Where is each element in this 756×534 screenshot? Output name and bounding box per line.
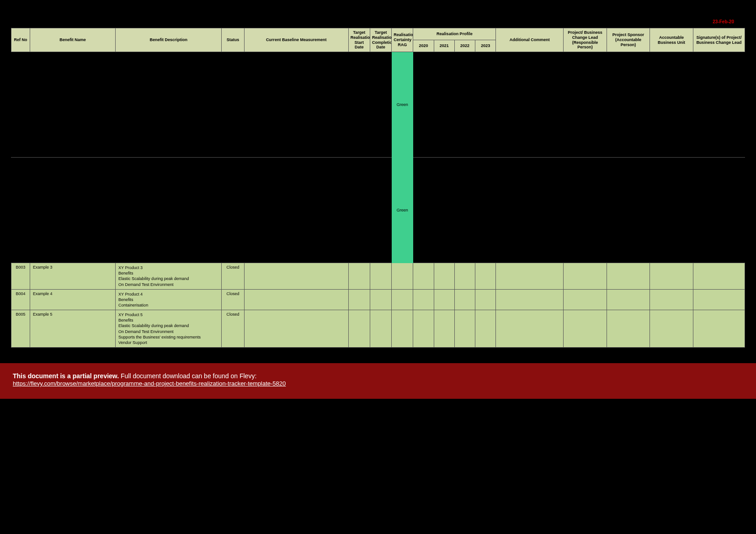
empty-cell	[607, 52, 650, 158]
col-accountable-bu: Accountable Business Unit	[650, 28, 693, 52]
cell-2022	[454, 289, 475, 310]
cell-sponsor	[607, 263, 650, 290]
cell-baseline	[244, 263, 348, 290]
col-project-sponsor: Project Sponsor (Accountable Person)	[607, 28, 650, 52]
cell-benefit-name: Example 4	[30, 289, 116, 310]
table-row: B005Example 5XY Product 5BenefitsElastic…	[11, 310, 745, 348]
table-row: B003Example 3XY Product 3BenefitsElastic…	[11, 263, 745, 290]
empty-cell	[496, 52, 564, 158]
cell-benefit-description: XY Product 5BenefitsElastic Scalability …	[116, 310, 222, 348]
cell-sponsor	[607, 310, 650, 348]
empty-cell	[475, 52, 496, 158]
cell-change-lead	[564, 263, 607, 290]
cell-2021	[434, 289, 454, 310]
empty-cell	[693, 52, 745, 158]
table-row-dark: Green	[11, 52, 745, 158]
table-row: B004Example 4XY Product 4BenefitsContain…	[11, 289, 745, 310]
table-row-dark: Green	[11, 158, 745, 263]
cell-benefit-name: Example 3	[30, 263, 116, 290]
empty-cell	[244, 158, 348, 263]
empty-cell	[11, 158, 30, 263]
benefits-tracker-table: Ref No Benefit Name Benefit Description …	[11, 28, 745, 348]
cell-signature	[693, 263, 745, 290]
cell-2022	[454, 310, 475, 348]
cell-comment	[496, 310, 564, 348]
col-year-2021: 2021	[434, 40, 454, 52]
cell-status: Closed	[222, 263, 244, 290]
empty-cell	[434, 158, 454, 263]
cell-2023	[475, 289, 496, 310]
cell-status: Closed	[222, 289, 244, 310]
col-year-2020: 2020	[413, 40, 434, 52]
col-year-2023: 2023	[475, 40, 496, 52]
col-additional-comment: Additional Comment	[496, 28, 564, 52]
cell-2020	[413, 289, 434, 310]
col-rag: Realisation Certainty RAG	[392, 28, 413, 52]
cell-rag	[392, 263, 413, 290]
cell-rag	[392, 289, 413, 310]
col-realisation-profile: Realisation Profile	[413, 28, 496, 40]
cell-comment	[496, 289, 564, 310]
cell-signature	[693, 289, 745, 310]
cell-2020	[413, 310, 434, 348]
empty-cell	[370, 158, 391, 263]
empty-cell	[650, 52, 693, 158]
cell-target-start	[348, 289, 370, 310]
rag-cell: Green	[392, 158, 413, 263]
empty-cell	[434, 52, 454, 158]
col-change-lead: Project/ Business Change Lead (Responsib…	[564, 28, 607, 52]
cell-benefit-description: XY Product 4BenefitsContainerisation	[116, 289, 222, 310]
table-body: GreenGreenB003Example 3XY Product 3Benef…	[11, 52, 745, 348]
empty-cell	[222, 52, 244, 158]
col-year-2022: 2022	[454, 40, 475, 52]
empty-cell	[30, 158, 116, 263]
empty-cell	[116, 52, 222, 158]
empty-cell	[244, 52, 348, 158]
empty-cell	[607, 158, 650, 263]
col-status: Status	[222, 28, 244, 52]
col-benefit-name: Benefit Name	[30, 28, 116, 52]
cell-2021	[434, 310, 454, 348]
cell-2021	[434, 263, 454, 290]
empty-cell	[348, 52, 370, 158]
cell-target-completion	[370, 310, 391, 348]
cell-signature	[693, 310, 745, 348]
empty-cell	[348, 158, 370, 263]
empty-cell	[650, 158, 693, 263]
cell-change-lead	[564, 310, 607, 348]
col-signature: Signature(s) of Project/ Business Change…	[693, 28, 745, 52]
cell-target-start	[348, 310, 370, 348]
empty-cell	[222, 158, 244, 263]
empty-cell	[413, 52, 434, 158]
cell-abu	[650, 263, 693, 290]
empty-cell	[454, 52, 475, 158]
cell-2023	[475, 310, 496, 348]
cell-target-start	[348, 263, 370, 290]
empty-cell	[564, 158, 607, 263]
cell-target-completion	[370, 263, 391, 290]
empty-cell	[454, 158, 475, 263]
cell-abu	[650, 310, 693, 348]
cell-rag	[392, 310, 413, 348]
cell-ref: B003	[11, 263, 30, 290]
cell-change-lead	[564, 289, 607, 310]
empty-cell	[11, 52, 30, 158]
cell-comment	[496, 263, 564, 290]
cell-status: Closed	[222, 310, 244, 348]
empty-cell	[475, 158, 496, 263]
cell-2020	[413, 263, 434, 290]
table-header: Ref No Benefit Name Benefit Description …	[11, 28, 745, 52]
cell-baseline	[244, 289, 348, 310]
empty-cell	[370, 52, 391, 158]
col-current-baseline: Current Baseline Measurement	[244, 28, 348, 52]
cell-ref: B005	[11, 310, 30, 348]
cell-benefit-name: Example 5	[30, 310, 116, 348]
empty-cell	[564, 52, 607, 158]
col-benefit-description: Benefit Description	[116, 28, 222, 52]
empty-cell	[496, 158, 564, 263]
page-date: 23-Feb-20	[0, 0, 756, 28]
cell-benefit-description: XY Product 3BenefitsElastic Scalability …	[116, 263, 222, 290]
col-target-start: Target Realisation Start Date	[348, 28, 370, 52]
cell-target-completion	[370, 289, 391, 310]
cell-2022	[454, 263, 475, 290]
